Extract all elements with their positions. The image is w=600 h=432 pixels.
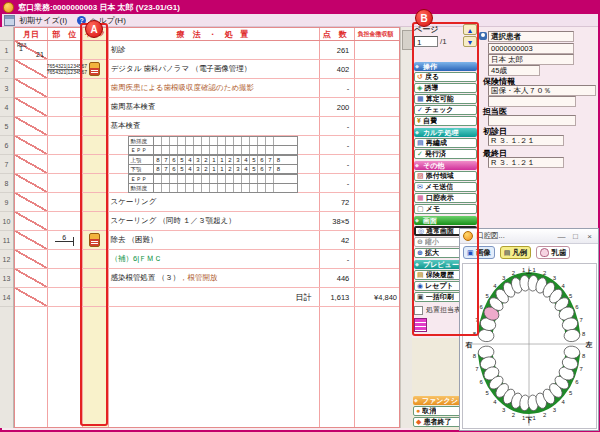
copay-cell — [352, 193, 399, 211]
app-grid-icon[interactable] — [414, 318, 427, 332]
treatment-table: 月日 部 位 インフ 療 法 ・ 処 置 点 数 負担金徴収額 R03121初診… — [14, 27, 400, 428]
oral-chart[interactable]: 88776655443322111122334455667788右左上下 — [462, 263, 597, 429]
upper-tooth-number: 1 — [533, 267, 536, 273]
callout-b: B — [415, 9, 433, 27]
table-row[interactable]: 上顎8765432112345678下顎8765432112345678- — [15, 155, 399, 174]
column-header-date: 月日 — [15, 28, 47, 40]
treatment-cell: 上顎8765432112345678下顎8765432112345678 — [108, 155, 318, 173]
date-cell — [15, 136, 47, 154]
upper-tooth-number: 2 — [512, 270, 515, 276]
section-header-screen: 画面 — [414, 216, 477, 225]
close-icon[interactable]: × — [584, 232, 595, 241]
upper-tooth-number: 6 — [575, 304, 579, 310]
inf-cell — [82, 269, 108, 287]
table-rows: R03121初診2617654321|12345677654321|123456… — [15, 41, 399, 307]
legend-button[interactable]: ▤ 凡例 — [500, 246, 532, 259]
lower-tooth-number: 3 — [502, 407, 506, 413]
date-cell — [15, 155, 47, 173]
points-cell: 200 — [317, 98, 352, 116]
region-cell — [47, 269, 82, 287]
table-row[interactable]: 6除去 （困難）42 — [15, 231, 399, 250]
table-row[interactable]: ＥＰＰ動揺度- — [15, 174, 399, 193]
copay-cell — [352, 98, 399, 116]
calculator-icon: ▦ — [417, 95, 424, 103]
menu-initial-size[interactable]: 初期サイズ(I) — [19, 15, 67, 26]
minimize-icon[interactable]: — — [556, 232, 567, 241]
table-row[interactable]: （補）6|ＦＭＣ- — [15, 250, 399, 269]
table-row[interactable]: 感染根管処置 （３），根管開放446 — [15, 269, 399, 288]
region-cell — [47, 155, 82, 173]
reorganize-button[interactable]: ▤再編成 — [414, 138, 477, 148]
lower-tooth-number: 7 — [580, 366, 583, 372]
memo-button[interactable]: ▢メモ — [414, 204, 477, 214]
patient-select-icon — [479, 32, 487, 40]
oral-chart-svg: 88776655443322111122334455667788右左上下 — [463, 264, 596, 428]
treatment-cell: スケーリング — [108, 193, 318, 211]
reorganize-icon: ▤ — [417, 139, 424, 147]
lower-tooth-number: 2 — [543, 412, 546, 418]
memo-send-button[interactable]: ✉メモ送信 — [414, 182, 477, 192]
upper-tooth-number: 7 — [580, 317, 583, 323]
back-button[interactable]: ↺戻る — [414, 72, 477, 82]
upper-tooth-number: 3 — [553, 275, 557, 281]
chart-label: 上 — [525, 268, 532, 274]
oral-chart-window: 口腔図... — □ × ▣ 画像 ▤ 凡例 乳歯 88776655443322… — [459, 228, 599, 431]
table-scrollbar[interactable] — [400, 27, 412, 428]
image-button[interactable]: ▣ 画像 — [463, 246, 495, 259]
region-cell: 6 — [47, 231, 82, 249]
patient-end-icon: ◆ — [416, 418, 421, 426]
page-input[interactable]: 1 — [414, 36, 438, 47]
selected-patient-label: 選択患者 — [488, 31, 574, 42]
copay-cell — [352, 117, 399, 135]
scrollbar-thumb[interactable] — [402, 30, 413, 50]
baby-teeth-button[interactable]: 乳歯 — [536, 246, 570, 259]
points-cell: 42 — [317, 231, 352, 249]
date-cell — [15, 193, 47, 211]
doctor-value — [488, 115, 576, 126]
inf-cell — [82, 117, 108, 135]
treatment-cell: 歯周疾患による歯根吸収度確認のため撮影 — [108, 79, 318, 97]
page-total: /1 — [440, 37, 447, 46]
copay-cell — [352, 41, 399, 59]
row-number: 9 — [0, 193, 13, 212]
date-cell — [15, 98, 47, 116]
table-row[interactable]: 7654321|12345677654321|1234567デジタル 歯科パノラ… — [15, 60, 399, 79]
maximize-icon[interactable]: □ — [570, 232, 581, 241]
row-gutter: 1234567891011121314 — [0, 27, 14, 428]
self-pay-button[interactable]: ¥自費 — [414, 116, 477, 126]
region-cell — [47, 288, 82, 306]
guide-button[interactable]: ◈誘導 — [414, 83, 477, 93]
chart-label: 下 — [526, 416, 533, 424]
calculable-button[interactable]: ▦算定可能 — [414, 94, 477, 104]
row-number: 8 — [0, 174, 13, 193]
oral-display-button[interactable]: ▦口腔表示 — [414, 193, 477, 203]
page-down-button[interactable]: ▼ — [463, 36, 477, 47]
table-row[interactable]: 基本検査- — [15, 117, 399, 136]
patient-info: 選択患者 0000000003 日本 太郎 45歳 保険情報 国保・本人７０％ … — [479, 27, 600, 202]
undo-icon: ↺ — [417, 73, 423, 81]
copay-cell — [352, 174, 399, 192]
table-row[interactable]: 歯周基本検査200 — [15, 98, 399, 117]
patient-id: 0000000003 — [488, 43, 574, 54]
table-row[interactable]: 歯周疾患による歯根吸収度確認のため撮影- — [15, 79, 399, 98]
column-header-points: 点 数 — [317, 28, 352, 40]
date-cell — [15, 117, 47, 135]
table-row[interactable]: スケーリング72 — [15, 193, 399, 212]
page-up-button[interactable]: ▲ — [463, 24, 477, 35]
date-cell — [15, 79, 47, 97]
table-row[interactable]: R03121初診261 — [15, 41, 399, 60]
column-header-copay: 負担金徴収額 — [352, 28, 399, 40]
check-button[interactable]: ✓チェック — [414, 105, 477, 115]
checkbox-icon[interactable] — [414, 306, 423, 315]
region-cell — [47, 212, 82, 230]
table-row[interactable]: 日計1,613¥4,840 — [15, 288, 399, 307]
table-row[interactable]: スケーリング （同時 １／３顎超え）38×5 — [15, 212, 399, 231]
table-row[interactable]: 動揺度ＥＰＰ- — [15, 136, 399, 155]
treatment-cell: 感染根管処置 （３），根管開放 — [108, 269, 318, 287]
issued-button[interactable]: ✓発行済 — [414, 149, 477, 159]
attachment-area-button[interactable]: ▨添付領域 — [414, 171, 477, 181]
lower-tooth-number: 4 — [493, 399, 497, 405]
copay-cell — [352, 269, 399, 287]
points-cell: - — [317, 155, 352, 173]
pager: ページ 1 /1 ▲ ▼ — [414, 24, 477, 48]
